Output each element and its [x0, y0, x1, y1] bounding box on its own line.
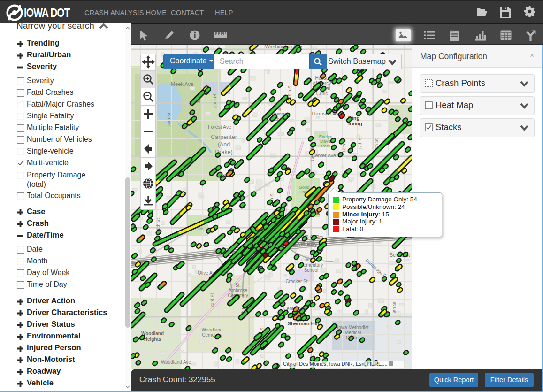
svg-text:Medical: Medical [345, 330, 361, 335]
svg-text:Woodland Ave: Woodland Ave [161, 360, 191, 365]
svg-text:Center Ave: Center Ave [312, 153, 336, 158]
svg-text:School: School [304, 268, 319, 273]
svg-text:12th St: 12th St [357, 136, 362, 150]
svg-text:Ambrose: Ambrose [229, 288, 247, 293]
svg-text:24th St: 24th St [166, 113, 171, 127]
svg-text:Iowa Methodist: Iowa Methodist [337, 325, 368, 330]
svg-text:Woodland: Woodland [202, 327, 223, 332]
svg-text:20th Pl: 20th Pl [212, 94, 217, 108]
svg-text:Park: Park [321, 143, 330, 148]
svg-text:Forest Ave: Forest Ave [208, 124, 231, 130]
svg-text:Crocker St: Crocker St [285, 279, 307, 284]
svg-text:St.: St. [235, 283, 241, 288]
svg-text:Carpenter: Carpenter [211, 134, 237, 140]
svg-text:Heights: Heights [144, 337, 161, 342]
svg-text:(And: (And [218, 141, 230, 148]
svg-text:23rd Pl: 23rd Pl [209, 293, 214, 307]
svg-text:Sherman Hill: Sherman Hill [287, 321, 319, 326]
svg-text:I235 Hwy: I235 Hwy [295, 241, 317, 247]
svg-text:Meek Ave: Meek Ave [171, 81, 193, 87]
svg-text:9th St: 9th St [391, 301, 397, 313]
